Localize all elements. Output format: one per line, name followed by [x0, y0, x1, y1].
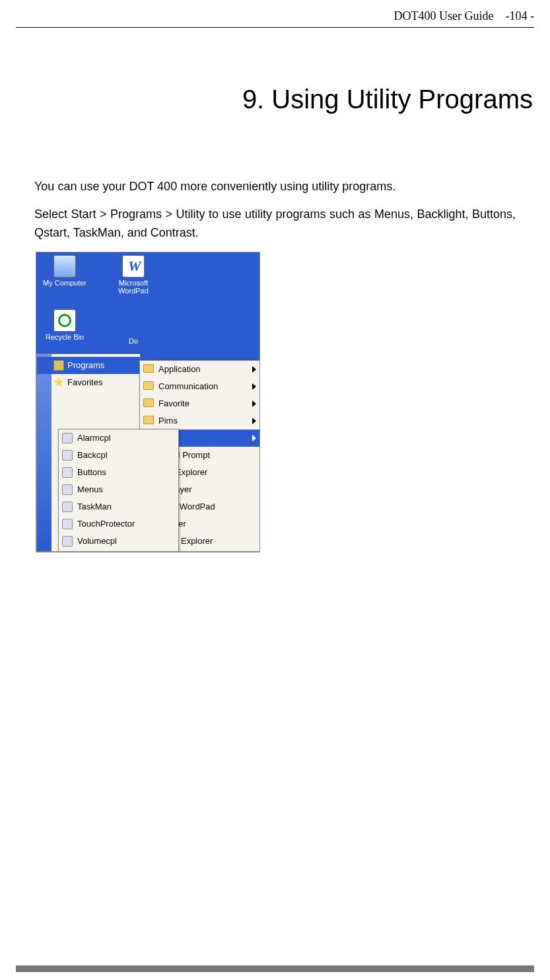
taskman-icon — [62, 502, 73, 512]
chapter-title: 9. Using Utility Programs — [16, 85, 534, 114]
utility-item-volumecpl[interactable]: Volumecpl — [59, 533, 178, 550]
body-text: You can use your DOT 400 more convenient… — [16, 178, 534, 243]
volume-icon — [62, 536, 73, 547]
menus-icon — [62, 484, 73, 495]
submenu-arrow-icon — [252, 418, 256, 424]
utility-item-buttons-label: Buttons — [77, 467, 106, 477]
utility-item-touchprotector[interactable]: TouchProtector — [59, 515, 178, 533]
buttons-icon — [62, 467, 73, 478]
utility-item-volumecpl-label: Volumecpl — [77, 536, 117, 546]
start-menu-favorites[interactable]: Favorites — [37, 374, 140, 391]
desktop-icon-wordpad[interactable]: Microsoft WordPad — [110, 255, 156, 295]
desktop-icon-recycle-bin[interactable]: Recycle Bin — [42, 309, 88, 341]
paragraph-2: Select Start > Programs > Utility to use… — [34, 206, 516, 243]
programs-item-application[interactable]: Application — [140, 361, 260, 378]
submenu-arrow-icon — [252, 366, 256, 373]
utility-item-menus[interactable]: Menus — [59, 481, 178, 498]
desktop-icon-partial[interactable]: Do — [110, 337, 156, 345]
desktop-icon-partial-label: Do — [129, 337, 138, 345]
utility-item-taskman[interactable]: TaskMan — [59, 498, 178, 515]
utility-submenu: Alarmcpl Backcpl Buttons Menus TaskMan T… — [58, 429, 179, 552]
header-page-number: -104 - — [506, 9, 535, 23]
start-menu-programs-label: Programs — [67, 360, 104, 370]
programs-item-application-label: Application — [158, 364, 201, 374]
programs-item-pims[interactable]: Pims — [140, 412, 260, 430]
favorites-star-icon — [53, 377, 64, 388]
programs-icon — [53, 360, 64, 371]
submenu-arrow-icon — [252, 383, 256, 390]
start-menu-programs[interactable]: Programs — [37, 357, 140, 374]
wordpad-label: Microsoft WordPad — [118, 279, 149, 295]
programs-item-pims-label: Pims — [158, 416, 178, 426]
header-rule — [16, 27, 534, 28]
my-computer-label: My Computer — [43, 279, 86, 287]
submenu-arrow-icon — [252, 435, 256, 441]
paragraph-1: You can use your DOT 400 more convenient… — [34, 178, 516, 196]
utility-item-buttons[interactable]: Buttons — [59, 464, 178, 481]
folder-icon — [143, 364, 154, 373]
utility-item-menus-label: Menus — [77, 484, 103, 494]
wordpad-icon — [122, 255, 145, 278]
submenu-arrow-icon — [252, 400, 256, 407]
backlight-icon — [62, 450, 73, 461]
programs-item-communication[interactable]: Communication — [140, 378, 260, 395]
my-computer-icon — [53, 255, 76, 278]
utility-item-touchprotector-label: TouchProtector — [77, 519, 135, 529]
folder-icon — [143, 416, 154, 424]
desktop-icon-my-computer[interactable]: My Computer — [42, 255, 88, 287]
folder-icon — [143, 398, 154, 407]
utility-item-alarmcpl[interactable]: Alarmcpl — [59, 430, 178, 447]
embedded-screenshot: My Computer Microsoft WordPad Recycle Bi… — [36, 252, 260, 552]
utility-item-taskman-label: TaskMan — [77, 502, 112, 511]
clock-icon — [62, 433, 73, 443]
header-title: DOT400 User Guide — [394, 9, 494, 23]
programs-item-communication-label: Communication — [158, 381, 218, 391]
utility-item-backcpl-label: Backcpl — [77, 450, 108, 460]
folder-icon — [143, 381, 154, 390]
programs-item-favorite-label: Favorite — [158, 398, 189, 408]
utility-item-alarmcpl-label: Alarmcpl — [77, 433, 111, 443]
utility-item-backcpl[interactable]: Backcpl — [59, 447, 178, 464]
footer-bar — [16, 965, 534, 972]
recycle-bin-label: Recycle Bin — [46, 333, 84, 341]
touch-icon — [62, 519, 73, 529]
recycle-bin-icon — [53, 309, 76, 332]
start-menu-favorites-label: Favorites — [67, 377, 102, 387]
page-header: DOT400 User Guide -104 - — [16, 0, 534, 23]
programs-item-favorite[interactable]: Favorite — [140, 395, 260, 412]
